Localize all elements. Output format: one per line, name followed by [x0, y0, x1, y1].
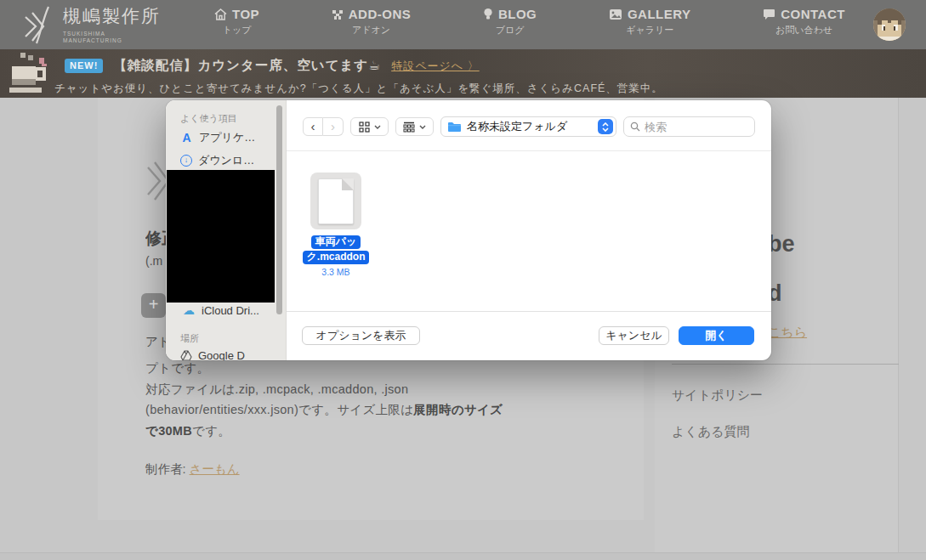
right-heading-fragment-1: be [768, 231, 795, 257]
file-selection-highlight [310, 173, 361, 229]
cancel-button[interactable]: キャンセル [599, 326, 669, 345]
icon-view-button[interactable] [350, 117, 389, 136]
group-view-icon [403, 122, 415, 133]
add-file-button[interactable]: + [141, 293, 166, 318]
folder-dropdown[interactable]: 名称未設定フォルダ [440, 116, 616, 137]
section-heading-fragment: 修正 [145, 228, 167, 248]
author-link[interactable]: さーもん [190, 462, 240, 476]
banner-special-page-link[interactable]: 特設ページへ 〉 [391, 59, 480, 74]
coffee-cup-pixel-icon [7, 53, 49, 95]
google-drive-icon [180, 350, 192, 360]
appstore-icon: A [180, 131, 193, 144]
banner-headline: NEW! 【雑談配信】カウンター席、空いてます☕ 特設ページへ 〉 [65, 57, 480, 75]
file-item-mcaddon[interactable]: 車両パッ ク.mcaddon 3.3 MB [285, 173, 387, 277]
site-logo[interactable]: 槻嶋製作所 TSUKISHIMA MANUFACTURING [19, 4, 161, 44]
announcement-banner: NEW! 【雑談配信】カウンター席、空いてます☕ 特設ページへ 〉 チャットやお… [0, 49, 926, 98]
group-view-button[interactable] [395, 117, 434, 136]
history-buttons: ‹ › [303, 117, 344, 136]
sidebar-item-downloads[interactable]: ↓ ダウンロ… [180, 153, 254, 168]
logo-title: 槻嶋製作所 [63, 4, 161, 28]
site-policy-link[interactable]: サイトポリシー [672, 387, 763, 404]
author-line: 制作者: さーもん [145, 461, 240, 478]
back-button[interactable]: ‹ [303, 117, 323, 136]
logo-mark-icon [19, 5, 56, 44]
toolbar-divider [287, 150, 771, 151]
search-icon [630, 122, 640, 132]
site-header: 槻嶋製作所 TSUKISHIMA MANUFACTURING TOP トップ A… [0, 0, 926, 49]
sidebar-divider [672, 364, 899, 365]
folder-icon [447, 122, 462, 133]
page-footer-strip [0, 552, 926, 560]
footer-divider [287, 311, 771, 312]
nav-item-contact[interactable]: CONTACT お問い合わせ [763, 7, 845, 44]
kochira-link[interactable]: こちら [768, 325, 807, 341]
picture-icon [609, 8, 622, 20]
upload-description: プトです。 対応ファイルは.zip, .mcpack, .mcaddon, .j… [145, 358, 503, 441]
logo-subtitle: TSUKISHIMA MANUFACTURING [63, 31, 161, 44]
file-name: 車両パッ ク.mcaddon [303, 234, 370, 264]
search-field [623, 116, 755, 137]
search-input[interactable] [645, 121, 738, 133]
file-open-dialog: よく使う項目 A アプリケ… ↓ ダウンロ… ☁ iCloud Dri... 場… [166, 100, 771, 360]
nav-item-blog[interactable]: BLOG ブログ [483, 7, 537, 44]
home-icon [214, 8, 227, 20]
avatar-pixel-face-icon [873, 8, 906, 41]
sidebar-item-google-drive[interactable]: Google D [180, 349, 245, 360]
locations-section-label: 場所 [180, 332, 199, 345]
nav-item-top[interactable]: TOP トップ [214, 7, 259, 44]
creeper-icon [332, 8, 344, 20]
main-nav: TOP トップ ADD-ONS アドオン BLOG ブログ [214, 7, 845, 44]
banner-title: 【雑談配信】カウンター席、空いてます☕ [113, 57, 381, 75]
faq-link[interactable]: よくある質問 [672, 424, 749, 440]
favorites-section-label: よく使う項目 [180, 112, 237, 125]
nav-item-addons[interactable]: ADD-ONS アドオン [332, 7, 412, 44]
sidebar-item-applications[interactable]: A アプリケ… [180, 130, 255, 145]
chat-icon [763, 8, 775, 20]
logo-watermark-partial [145, 156, 167, 210]
redacted-area [167, 170, 275, 303]
stepper-icon [598, 119, 613, 134]
grid-view-icon [359, 122, 370, 133]
selected-folder-name: 名称未設定フォルダ [467, 119, 593, 134]
download-icon: ↓ [180, 155, 192, 167]
forward-button[interactable]: › [323, 117, 344, 136]
sidebar-item-icloud-drive[interactable]: ☁ iCloud Dri... [182, 303, 259, 317]
document-icon [318, 178, 354, 224]
file-size: 3.3 MB [321, 267, 349, 277]
show-options-button[interactable]: オプションを表示 [302, 326, 420, 345]
user-avatar[interactable] [873, 8, 906, 41]
filetype-fragment: (.m [145, 254, 162, 268]
banner-subline: チャットやお便り、ひとこと寄せてみませんか?「つくる人」と「あそぶ人」を繋ぐ場所… [54, 82, 663, 96]
lightbulb-icon [483, 8, 493, 20]
chevron-down-icon [374, 125, 381, 129]
icloud-icon: ☁ [182, 303, 196, 317]
dialog-sidebar: よく使う項目 A アプリケ… ↓ ダウンロ… ☁ iCloud Dri... 場… [166, 100, 287, 360]
new-badge: NEW! [65, 59, 103, 73]
sidebar-scrollbar[interactable] [276, 105, 282, 314]
nav-item-gallery[interactable]: GALLERY ギャラリー [609, 7, 691, 44]
chevron-down-icon [419, 125, 426, 129]
open-button[interactable]: 開く [679, 326, 754, 345]
